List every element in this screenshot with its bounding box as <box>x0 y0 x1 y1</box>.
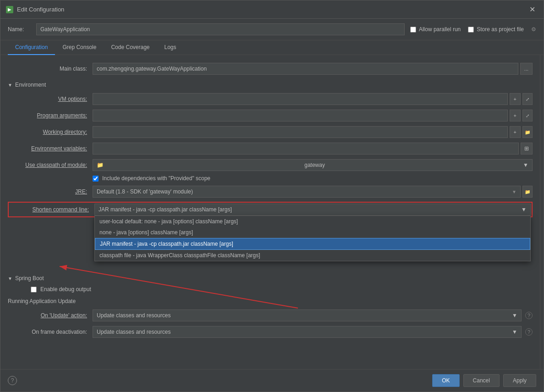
on-deactivation-arrow-icon: ▼ <box>512 329 517 335</box>
classpath-module-label-text: Use classpath of module: <box>25 162 87 168</box>
environment-variables-input[interactable] <box>93 143 519 155</box>
on-update-label: On 'Update' action: <box>8 312 93 319</box>
jre-value: Default (1.8 - SDK of 'gateway' module) <box>97 188 193 195</box>
on-update-label-text: On 'Update' action: <box>41 312 87 319</box>
environment-variables-row: Environment variables: ⊞ <box>8 142 533 155</box>
allow-parallel-run-label: Allow parallel run <box>419 26 461 33</box>
working-directory-browse-button[interactable]: 📁 <box>522 126 533 138</box>
jre-label-text: JRE: <box>75 188 87 195</box>
include-deps-row: Include dependencies with "Provided" sco… <box>93 175 533 182</box>
dropdown-item-none[interactable]: none - java [options] className [args] <box>95 227 530 238</box>
working-directory-input[interactable] <box>93 126 508 138</box>
spring-boot-section-header[interactable]: ▼ Spring Boot <box>8 272 533 284</box>
program-arguments-label-text: Program arguments: <box>37 112 87 119</box>
running-app-section-header: Running Application Update <box>8 295 533 307</box>
classpath-module-label: Use classpath of module: <box>8 162 93 168</box>
environment-section-header[interactable]: ▼ Environment <box>8 79 533 91</box>
spring-boot-arrow-icon: ▼ <box>8 276 12 281</box>
name-input[interactable] <box>36 23 405 35</box>
main-class-input[interactable] <box>93 63 518 75</box>
main-class-browse-button[interactable]: ... <box>520 63 533 75</box>
on-deactivation-label: On frame deactivation: <box>8 329 93 335</box>
vm-options-add-button[interactable]: + <box>510 93 521 105</box>
cancel-button[interactable]: Cancel <box>463 374 500 387</box>
dropdown-item-user-local-text: user-local default: none - java [options… <box>99 218 238 225</box>
shorten-command-line-section: Shorten command line: JAR manifest - jav… <box>8 202 533 217</box>
vm-options-expand-button[interactable]: ⤢ <box>522 93 533 105</box>
tab-logs[interactable]: Logs <box>157 40 184 55</box>
vm-options-input[interactable] <box>93 93 508 105</box>
on-deactivation-value: Update classes and resources <box>97 329 170 335</box>
jre-browse-button[interactable]: 📁 <box>522 186 533 198</box>
name-label: Name: <box>8 26 31 33</box>
on-deactivation-help-icon[interactable]: ? <box>525 328 533 336</box>
edit-configuration-dialog: ▶ Edit Configuration ✕ Name: Allow paral… <box>0 0 544 392</box>
shorten-command-value: JAR manifest - java -cp classpath.jar cl… <box>99 206 232 213</box>
jre-select[interactable]: Default (1.8 - SDK of 'gateway' module) … <box>93 186 521 198</box>
help-button[interactable]: ? <box>8 376 17 385</box>
on-deactivation-input-group: Update classes and resources ▼ ? <box>93 326 533 338</box>
dropdown-item-jar-manifest-text: JAR manifest - java -cp classpath.jar cl… <box>100 241 233 247</box>
allow-parallel-run-checkbox[interactable] <box>410 27 416 33</box>
dropdown-item-classpath-file-text: classpath file - java WrapperClass class… <box>99 252 260 259</box>
right-scrollbar[interactable] <box>540 55 544 369</box>
on-deactivation-label-text: On frame deactivation: <box>32 329 87 335</box>
spring-boot-label: Spring Boot <box>15 275 44 282</box>
classpath-module-selected[interactable]: 📁 gateway ▼ <box>93 159 533 171</box>
program-arguments-label: Program arguments: <box>8 112 93 119</box>
bottom-right: OK Cancel Apply <box>432 374 536 387</box>
include-deps-checkbox[interactable] <box>93 176 99 182</box>
program-arguments-expand-button[interactable]: ⤢ <box>522 110 533 121</box>
vm-options-label-text: VM options: <box>58 96 87 102</box>
spring-boot-section: ▼ Spring Boot Enable debug output <box>8 272 533 293</box>
main-class-input-group: ... <box>93 63 533 75</box>
store-as-project-file-checkbox[interactable] <box>468 27 474 33</box>
store-as-project-file-checkbox-label[interactable]: Store as project file <box>468 26 524 33</box>
content-area: Main class: ... ▼ Environment VM options… <box>0 55 540 369</box>
classpath-module-icon: 📁 <box>97 162 104 168</box>
tab-code-coverage[interactable]: Code Coverage <box>104 40 157 55</box>
jre-label: JRE: <box>8 188 93 195</box>
ok-button[interactable]: OK <box>432 374 459 387</box>
environment-label: Environment <box>15 82 46 88</box>
shorten-command-arrow-icon: ▼ <box>521 206 527 213</box>
jre-arrow-icon: ▼ <box>512 189 517 194</box>
environment-variables-copy-button[interactable]: ⊞ <box>521 143 533 155</box>
program-arguments-input-group: + ⤢ <box>93 110 533 121</box>
dropdown-item-user-local[interactable]: user-local default: none - java [options… <box>95 216 530 227</box>
working-directory-input-group: + 📁 <box>93 126 533 138</box>
tab-grep-console[interactable]: Grep Console <box>55 40 104 55</box>
name-row: Name: Allow parallel run Store as projec… <box>0 19 544 40</box>
on-update-arrow-icon: ▼ <box>512 312 517 319</box>
program-arguments-add-button[interactable]: + <box>510 110 521 121</box>
dropdown-item-classpath-file[interactable]: classpath file - java WrapperClass class… <box>95 250 530 261</box>
classpath-module-arrow-icon: ▼ <box>523 162 528 168</box>
enable-debug-checkbox[interactable] <box>31 287 37 293</box>
jre-input-group: Default (1.8 - SDK of 'gateway' module) … <box>93 186 533 198</box>
tab-configuration[interactable]: Configuration <box>8 40 55 55</box>
on-update-help-icon[interactable]: ? <box>525 312 533 319</box>
main-class-label: Main class: <box>8 66 93 72</box>
working-directory-add-button[interactable]: + <box>510 126 521 138</box>
dropdown-item-jar-manifest[interactable]: JAR manifest - java -cp classpath.jar cl… <box>95 238 530 250</box>
classpath-module-row: Use classpath of module: 📁 gateway ▼ <box>8 159 533 171</box>
allow-parallel-run-checkbox-label[interactable]: Allow parallel run <box>410 26 461 33</box>
dialog-title: Edit Configuration <box>17 6 64 13</box>
shorten-command-selected[interactable]: JAR manifest - java -cp classpath.jar cl… <box>94 204 531 215</box>
shorten-command-dropdown[interactable]: JAR manifest - java -cp classpath.jar cl… <box>94 204 531 215</box>
bottom-left: ? <box>8 376 17 385</box>
main-class-row: Main class: ... <box>8 62 533 75</box>
include-deps-label: Include dependencies with "Provided" sco… <box>102 175 210 182</box>
name-options: Allow parallel run Store as project file… <box>410 26 536 33</box>
on-update-input-group: Update classes and resources ▼ ? <box>93 309 533 321</box>
bottom-bar: ? OK Cancel Apply <box>0 369 544 392</box>
on-deactivation-select[interactable]: Update classes and resources ▼ <box>93 326 522 338</box>
program-arguments-input[interactable] <box>93 110 508 121</box>
close-button[interactable]: ✕ <box>527 4 538 15</box>
environment-variables-label: Environment variables: <box>8 145 93 152</box>
on-update-select[interactable]: Update classes and resources ▼ <box>93 309 522 321</box>
classpath-module-value: gateway <box>304 162 325 168</box>
apply-button[interactable]: Apply <box>503 374 536 387</box>
classpath-module-dropdown[interactable]: 📁 gateway ▼ <box>93 159 533 171</box>
gear-icon[interactable]: ⚙ <box>531 26 536 33</box>
